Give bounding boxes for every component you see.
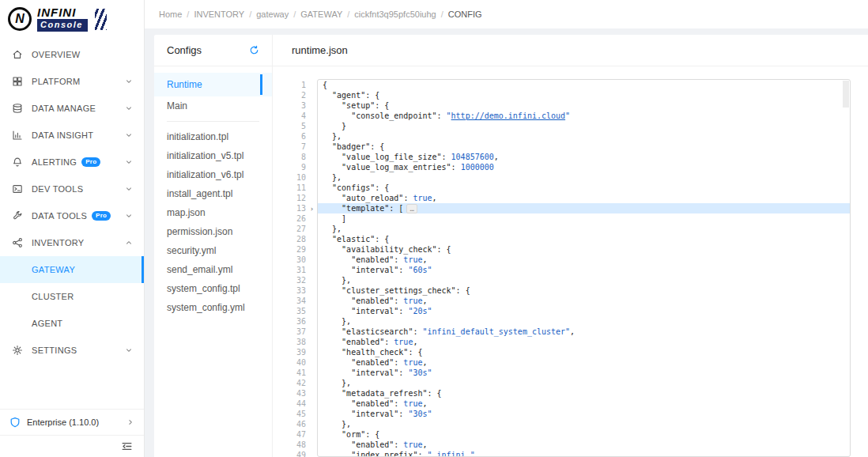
code-line[interactable]: },	[318, 224, 850, 234]
code-line[interactable]: "auto_reload": true,	[318, 193, 850, 203]
code-line[interactable]: "value_log_max_entries": 1000000	[318, 162, 850, 172]
config-file-item[interactable]: initialization.tpl	[154, 127, 272, 146]
sidebar-item-data-tools[interactable]: DATA TOOLSPro	[0, 202, 144, 229]
breadcrumb-separator: /	[187, 9, 189, 19]
breadcrumb-item[interactable]: cickfnt3q95pfc50iuhg	[354, 9, 436, 19]
line-number-text: 26	[296, 214, 307, 223]
code-line[interactable]: "health_check": {	[318, 347, 850, 357]
code-line[interactable]: "enabled": true,	[318, 296, 850, 306]
code-line[interactable]: "enabled": true,	[318, 440, 850, 450]
code-line[interactable]: ]	[318, 213, 850, 224]
code-editor[interactable]: 12345678910111213›2627282930313233343536…	[273, 66, 868, 457]
sidebar-item-inventory[interactable]: INVENTORY	[0, 229, 144, 256]
config-file-item[interactable]: initialization_v5.tpl	[154, 146, 272, 165]
breadcrumb-item[interactable]: INVENTORY	[194, 9, 244, 19]
config-file-label: send_email.yml	[167, 264, 232, 275]
config-file-item[interactable]: Main	[154, 96, 272, 115]
sidebar-item-dev-tools[interactable]: DEV TOOLS	[0, 176, 144, 202]
config-file-item[interactable]: permission.json	[154, 222, 272, 241]
sidebar-item-data-manage[interactable]: DATA MANAGE	[0, 95, 144, 122]
gear-icon	[11, 344, 24, 357]
breadcrumb-separator: /	[347, 9, 349, 19]
code-line[interactable]: "availability_check": {	[318, 244, 850, 255]
sidebar-item-platform[interactable]: PLATFORM	[0, 68, 144, 95]
code-line[interactable]: "badger": {	[318, 142, 850, 152]
app-logo[interactable]: N INFINI Console	[0, 0, 144, 38]
terminal-icon	[11, 183, 24, 195]
code-line[interactable]: "elasticsearch": "infini_default_system_…	[318, 327, 850, 337]
config-file-item[interactable]: system_config.yml	[154, 298, 272, 317]
enterprise-version[interactable]: Enterprise (1.10.0)	[0, 410, 144, 435]
breadcrumb-item[interactable]: GATEWAY	[300, 9, 342, 19]
config-file-item[interactable]: security.yml	[154, 241, 272, 260]
code-line[interactable]: "setup": {	[318, 100, 850, 111]
breadcrumb-item[interactable]: Home	[159, 9, 182, 19]
line-number-text: 32	[296, 276, 307, 285]
fold-toggle-icon[interactable]: ›	[307, 205, 317, 213]
line-number: 32	[273, 275, 317, 285]
code-line[interactable]: "elastic": {	[318, 234, 850, 244]
sidebar-item-alerting[interactable]: ALERTINGPro	[0, 149, 144, 176]
config-file-label: initialization_v5.tpl	[167, 150, 243, 161]
config-file-item[interactable]: send_email.yml	[154, 260, 272, 279]
line-number-text: 40	[296, 358, 307, 367]
sidebar-subitem-agent[interactable]: AGENT	[0, 310, 144, 337]
code-line[interactable]: "template": […	[318, 203, 850, 213]
sidebar-item-data-insight[interactable]: DATA INSIGHT	[0, 122, 144, 149]
code-line[interactable]: "interval": "30s"	[318, 409, 850, 419]
code-line[interactable]: },	[318, 275, 850, 285]
config-file-item[interactable]: Runtime	[154, 73, 272, 96]
sidebar-item-overview[interactable]: OVERVIEW	[0, 41, 144, 68]
code-line[interactable]: "metadata_refresh": {	[318, 388, 850, 398]
sidebar-subitem-gateway[interactable]: GATEWAY	[0, 256, 144, 283]
line-number-text: 47	[296, 430, 307, 439]
code-line[interactable]: "enabled": true,	[318, 337, 850, 347]
line-number: 40	[273, 357, 317, 368]
code-line[interactable]: "enabled": true,	[318, 357, 850, 368]
code-line[interactable]: "interval": "30s"	[318, 368, 850, 378]
refresh-icon[interactable]	[249, 45, 259, 55]
code-line[interactable]: },	[318, 172, 850, 183]
infini-logo-icon: N	[8, 7, 32, 31]
code-line[interactable]: "index_prefix": ".infini_",	[318, 450, 850, 457]
config-file-item[interactable]: initialization_v6.tpl	[154, 165, 272, 184]
chevron-down-icon	[125, 185, 133, 193]
sidebar-item-settings[interactable]: SETTINGS	[0, 337, 144, 364]
line-number-text: 10	[296, 173, 307, 182]
breadcrumb-separator: /	[249, 9, 251, 19]
sidebar: N INFINI Console OVERVIEWPLATFORMDATA MA…	[0, 0, 145, 457]
code-line[interactable]: "orm": {	[318, 429, 850, 440]
menu-fold-icon[interactable]	[121, 440, 133, 452]
line-number-text: 27	[296, 225, 307, 233]
code-line[interactable]: "value_log_file_size": 104857600,	[318, 152, 850, 162]
code-line[interactable]: "console_endpoint": "http://demo.infini.…	[318, 111, 850, 121]
line-number-text: 43	[296, 389, 307, 398]
code-line[interactable]: "enabled": true,	[318, 255, 850, 265]
code-line[interactable]: {	[318, 80, 850, 90]
config-file-item[interactable]: install_agent.tpl	[154, 184, 272, 203]
code-line[interactable]: "cluster_settings_check": {	[318, 285, 850, 296]
editor-scrollbar[interactable]	[843, 81, 849, 108]
code-line[interactable]: "interval": "20s"	[318, 306, 850, 316]
editor-filename: runtime.json	[292, 44, 348, 56]
sidebar-item-label: INVENTORY	[32, 238, 84, 247]
code-line[interactable]: "configs": {	[318, 183, 850, 193]
code-line[interactable]: },	[318, 378, 850, 388]
code-line[interactable]: },	[318, 316, 850, 327]
code-line[interactable]: "enabled": true,	[318, 398, 850, 409]
brand-name: INFINI	[37, 6, 88, 18]
code-line[interactable]: "interval": "60s"	[318, 265, 850, 275]
code-line[interactable]: }	[318, 121, 850, 131]
sidebar-subitem-cluster[interactable]: CLUSTER	[0, 283, 144, 310]
code-line[interactable]: "agent": {	[318, 90, 850, 100]
code-line[interactable]: },	[318, 419, 850, 429]
sidebar-item-label: DATA MANAGE	[32, 104, 96, 113]
chevron-right-icon	[126, 418, 134, 426]
chevron-down-icon	[125, 158, 133, 166]
breadcrumb-item[interactable]: gateway	[256, 9, 289, 19]
config-file-item[interactable]: map.json	[154, 203, 272, 222]
code-line[interactable]: },	[318, 131, 850, 142]
code-area[interactable]: { "agent": { "setup": { "console_endpoin…	[317, 79, 851, 457]
config-file-item[interactable]: system_config.tpl	[154, 279, 272, 298]
sidebar-item-label: ALERTING	[32, 157, 77, 167]
